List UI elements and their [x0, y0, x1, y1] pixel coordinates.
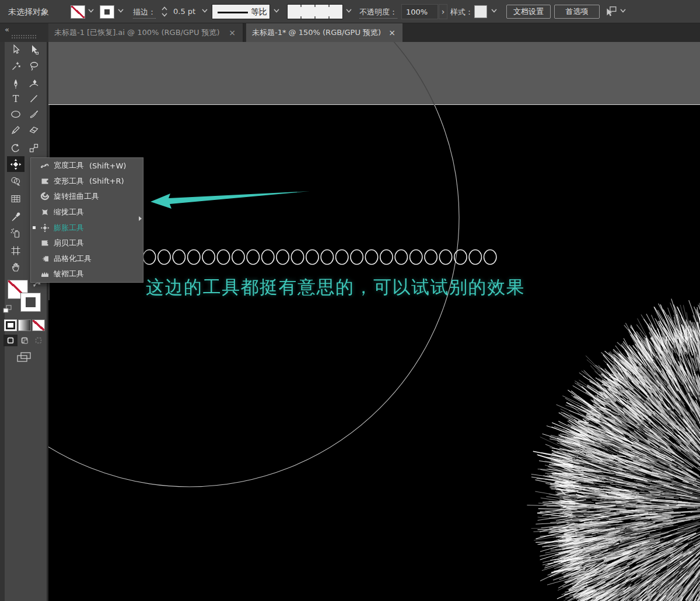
line-segment-tool[interactable]	[26, 91, 41, 106]
stroke-weight-value[interactable]: 0.5 pt	[173, 7, 195, 16]
brush-chevron-icon[interactable]	[346, 9, 352, 13]
brush-definition-preview[interactable]	[287, 4, 343, 19]
screen-mode-button[interactable]	[16, 351, 32, 366]
lasso-icon	[28, 60, 40, 72]
opacity-more-button[interactable]: ›	[439, 4, 447, 19]
bloat-icon	[10, 159, 22, 170]
stroke-weight-label[interactable]: 描边：	[133, 7, 156, 19]
pen-icon	[10, 78, 22, 90]
paintbrush-tool[interactable]	[26, 107, 41, 122]
scale-tool[interactable]	[26, 140, 41, 156]
ellipse-tool[interactable]	[8, 107, 23, 122]
tab-close-icon[interactable]: ×	[228, 28, 237, 37]
symbol-sprayer-icon	[10, 227, 22, 239]
menu-item-bloat-tool[interactable]: 膨胀工具	[31, 220, 143, 236]
rotate-tool[interactable]	[8, 140, 23, 156]
twirl-tool-icon	[37, 192, 52, 201]
rotate-icon	[10, 142, 22, 154]
selection-arrow-icon	[10, 44, 22, 55]
curvature-icon	[28, 78, 40, 90]
select-similar-chevron-icon[interactable]	[620, 9, 626, 13]
profile-chevron-icon[interactable]	[274, 9, 279, 13]
width-profile-preview[interactable]: 等比	[212, 4, 270, 19]
menu-item-scallop-tool[interactable]: 扇贝工具	[31, 236, 143, 251]
shape-builder-tool[interactable]	[8, 174, 23, 189]
document-tab-active[interactable]: 未标题-1* @ 150% (RGB/GPU 预览) ×	[246, 23, 402, 42]
annotation-arrow[interactable]	[150, 191, 310, 209]
mesh-tool[interactable]	[8, 191, 23, 206]
pencil-tool[interactable]	[8, 122, 23, 138]
crystallize-tool-icon	[37, 254, 52, 263]
opacity-label[interactable]: 不透明度：	[359, 7, 397, 19]
menu-bullet-selected	[31, 226, 37, 229]
selection-tool[interactable]	[8, 42, 23, 57]
menu-item-twirl-tool[interactable]: 旋转扭曲工具	[31, 189, 143, 205]
mesh-icon	[10, 193, 22, 205]
width-tool-icon	[37, 161, 52, 170]
select-similar-icon[interactable]	[604, 5, 617, 18]
stroke-proxy[interactable]	[20, 293, 41, 312]
shape-builder-icon	[10, 175, 22, 187]
hand-icon	[10, 261, 22, 273]
eyedropper-tool[interactable]	[8, 209, 23, 224]
style-chevron-icon[interactable]	[491, 9, 497, 13]
opacity-input[interactable]: 100%	[401, 4, 438, 19]
document-canvas[interactable]: 这边的工具都挺有意思的，可以试试别的效果	[48, 42, 700, 601]
brush-preview-ticks	[288, 5, 342, 19]
fill-chevron-down-icon[interactable]	[88, 9, 94, 13]
stroke-preview-line	[218, 12, 248, 13]
stroke-weight-stepper[interactable]	[161, 5, 168, 18]
artwork-overlay	[48, 42, 700, 601]
stroke-swatch[interactable]	[100, 5, 114, 19]
svg-text:T: T	[13, 93, 19, 104]
document-tab-bar: 未标题-1 [已恢复].ai @ 100% (RGB/GPU 预览) × 未标题…	[48, 23, 700, 42]
none-mode-button[interactable]	[32, 319, 45, 331]
menu-item-wrinkle-tool[interactable]: 皱褶工具	[31, 266, 143, 282]
direct-selection-tool[interactable]	[26, 42, 41, 57]
liquify-tools-flyout-menu: 宽度工具 (Shift+W) 变形工具 (Shift+R) 旋转扭曲工具 缩拢工…	[30, 157, 144, 283]
draw-behind-button[interactable]	[18, 335, 32, 346]
control-bar: 未选择对象 描边： 0.5 pt 等比 不透明度： 100% › 样式： 文档设…	[0, 0, 700, 23]
eraser-icon	[28, 124, 40, 136]
lasso-tool[interactable]	[26, 58, 41, 73]
paintbrush-icon	[28, 108, 40, 120]
flyout-tearoff-arrow-icon[interactable]	[139, 216, 142, 221]
curvature-tool[interactable]	[26, 76, 41, 92]
style-swatch[interactable]	[474, 5, 487, 18]
pen-tool[interactable]	[8, 76, 23, 92]
color-mode-button[interactable]	[4, 319, 17, 331]
tab-close-icon[interactable]: ×	[387, 28, 397, 37]
type-icon: T	[10, 93, 22, 104]
menu-item-pucker-tool[interactable]: 缩拢工具	[31, 205, 143, 220]
type-tool[interactable]: T	[8, 91, 23, 106]
width-profile-value: 等比	[251, 7, 267, 17]
annotation-text[interactable]: 这边的工具都挺有意思的，可以试试别的效果	[146, 275, 525, 300]
document-setup-button[interactable]: 文档设置	[506, 5, 551, 19]
scallop-tool-icon	[37, 238, 52, 248]
stroke-chevron-down-icon[interactable]	[118, 9, 124, 13]
toolbar-grip-handle[interactable]	[12, 35, 36, 38]
toolbar-collapse-button[interactable]: «	[5, 25, 9, 34]
ellipse-icon	[10, 108, 22, 120]
draw-behind-icon	[20, 336, 29, 345]
menu-item-warp-tool[interactable]: 变形工具 (Shift+R)	[31, 174, 143, 189]
scale-icon	[28, 142, 40, 154]
document-tab[interactable]: 未标题-1 [已恢复].ai @ 100% (RGB/GPU 预览) ×	[48, 23, 244, 42]
menu-item-crystallize-tool[interactable]: 晶格化工具	[31, 251, 143, 267]
hand-tool[interactable]	[8, 259, 23, 275]
preferences-button[interactable]: 首选项	[554, 5, 600, 19]
draw-inside-button[interactable]	[32, 335, 46, 346]
gradient-mode-button[interactable]	[18, 319, 31, 331]
magic-wand-tool[interactable]	[8, 58, 23, 73]
draw-normal-button[interactable]	[4, 335, 18, 346]
bloat-tool-selected[interactable]	[7, 156, 24, 172]
artboard-tool[interactable]	[8, 243, 23, 258]
menu-item-width-tool[interactable]: 宽度工具 (Shift+W)	[31, 158, 143, 174]
fill-swatch-none[interactable]	[71, 5, 85, 19]
screen-mode-icon	[16, 351, 32, 364]
eraser-tool[interactable]	[26, 122, 41, 138]
symbol-sprayer-tool[interactable]	[8, 226, 23, 241]
circle-row-artwork[interactable]	[143, 250, 496, 265]
default-fill-stroke-icon[interactable]	[3, 305, 12, 314]
stroke-weight-chevron-icon[interactable]	[202, 9, 208, 13]
